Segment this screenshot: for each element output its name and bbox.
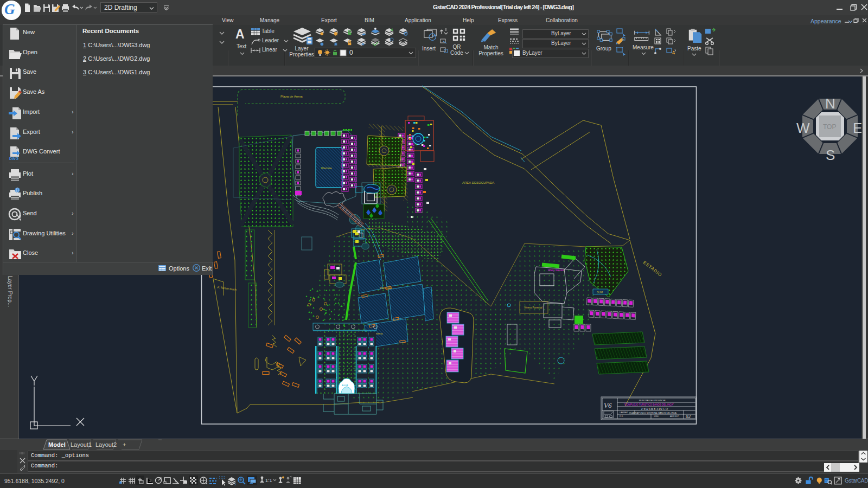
svg-text:V6: V6 [604,401,612,409]
svg-text:SUM: SUM [597,291,603,294]
svg-text:AGUA: AGUA [342,384,348,387]
svg-text:1/200: 1/200 [654,415,659,418]
svg-text:E: E [853,120,861,136]
svg-text:S: S [826,147,835,163]
svg-text:Plaza de Arena: Plaza de Arena [280,95,303,98]
svg-text:MUNICIPALIDAD PROVINCIAL: MUNICIPALIDAD PROVINCIAL [639,400,666,402]
svg-text:AREA DESOCUPADA: AREA DESOCUPADA [462,181,494,184]
svg-text:DWG: DWG [9,157,19,160]
svg-text:HUAYRAPONGO DISTRITAL BANOS DE: HUAYRAPONGO DISTRITAL BANOS DEL INCA [629,412,676,414]
svg-text:FI J.: FI J. [620,415,623,418]
svg-text:"COMPLEJO TURISTICO BANOS DEL: "COMPLEJO TURISTICO BANOS DEL INCA" [624,403,674,406]
svg-text:Piscina: Piscina [321,166,332,170]
svg-text:Wasy Wanka: Wasy Wanka [548,268,564,272]
svg-text:LAMINA 1: LAMINA 1 [620,412,628,414]
svg-text:1:1: 1:1 [265,478,272,483]
svg-text:ABR 2017: ABR 2017 [670,415,679,418]
svg-text:W: W [796,120,810,136]
svg-text:Jr. Tacsan Alach: Jr. Tacsan Alach [217,285,237,291]
svg-text:02: 02 [686,414,691,419]
svg-text:PERIMETRICO: PERIMETRICO [641,407,668,410]
svg-text:Vivero Forestal: Vivero Forestal [524,306,542,309]
svg-text:ESTADIO: ESTADIO [642,260,663,278]
svg-text:TOP: TOP [823,123,836,131]
svg-text:N: N [825,95,835,112]
